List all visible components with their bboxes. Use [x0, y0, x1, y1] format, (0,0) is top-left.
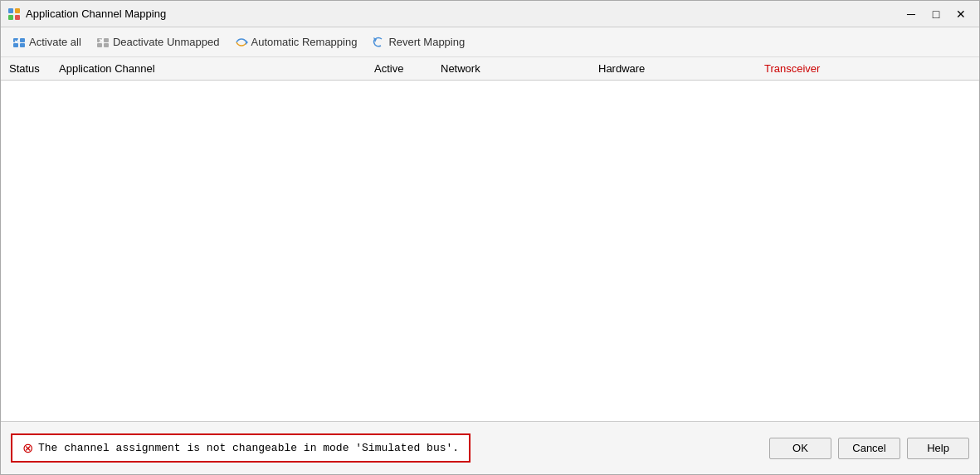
activate-icon: [12, 36, 26, 49]
col-header-network: Network: [436, 62, 593, 75]
col-header-hardware: Hardware: [593, 62, 759, 75]
svg-rect-1: [15, 8, 20, 13]
status-buttons: OK Cancel Help: [769, 438, 969, 459]
status-bar: ⊗ The channel assignment is not changeab…: [1, 421, 979, 474]
status-message-box: ⊗ The channel assignment is not changeab…: [11, 433, 470, 463]
table-body: [1, 81, 979, 421]
toolbar: Activate all Deactivate Unmapped: [1, 27, 979, 57]
title-bar: Application Channel Mapping ─ □ ✕: [1, 1, 979, 27]
revert-mapping-label: Revert Mapping: [388, 36, 465, 48]
svg-rect-3: [15, 15, 20, 20]
activate-all-button[interactable]: Activate all: [6, 31, 88, 54]
deactivate-unmapped-button[interactable]: Deactivate Unmapped: [90, 31, 227, 54]
cancel-button[interactable]: Cancel: [838, 438, 900, 459]
revert-icon: [372, 36, 385, 49]
col-header-transceiver: Transceiver: [759, 62, 976, 75]
error-icon: ⊗: [22, 440, 33, 456]
deactivate-unmapped-label: Deactivate Unmapped: [113, 36, 220, 48]
help-button[interactable]: Help: [907, 438, 969, 459]
activate-all-label: Activate all: [29, 36, 81, 48]
automatic-remapping-button[interactable]: Automatic Remapping: [228, 31, 364, 54]
window-title: Application Channel Mapping: [26, 7, 900, 20]
maximize-button[interactable]: □: [924, 5, 948, 23]
svg-rect-11: [104, 43, 109, 47]
svg-rect-9: [104, 38, 109, 42]
col-header-active: Active: [369, 62, 436, 75]
close-button[interactable]: ✕: [949, 5, 973, 23]
svg-rect-6: [13, 43, 18, 47]
minimize-button[interactable]: ─: [900, 5, 923, 23]
window-icon: [7, 7, 21, 21]
application-window: Application Channel Mapping ─ □ ✕ Activa…: [0, 0, 980, 475]
svg-rect-2: [8, 15, 13, 20]
automatic-remapping-label: Automatic Remapping: [251, 36, 358, 48]
revert-mapping-button[interactable]: Revert Mapping: [365, 31, 471, 54]
table-header: Status Application Channel Active Networ…: [1, 57, 979, 81]
svg-marker-14: [246, 40, 248, 45]
remap-icon: [235, 36, 248, 49]
window-controls: ─ □ ✕: [900, 5, 973, 23]
col-header-status: Status: [4, 62, 54, 75]
svg-rect-10: [97, 43, 102, 47]
deactivate-icon: [96, 36, 110, 49]
svg-rect-7: [20, 43, 25, 47]
ok-button[interactable]: OK: [769, 438, 831, 459]
col-header-app-channel: Application Channel: [54, 62, 369, 75]
svg-rect-5: [20, 38, 25, 42]
svg-rect-0: [8, 8, 13, 13]
status-message: The channel assignment is not changeable…: [38, 442, 459, 454]
